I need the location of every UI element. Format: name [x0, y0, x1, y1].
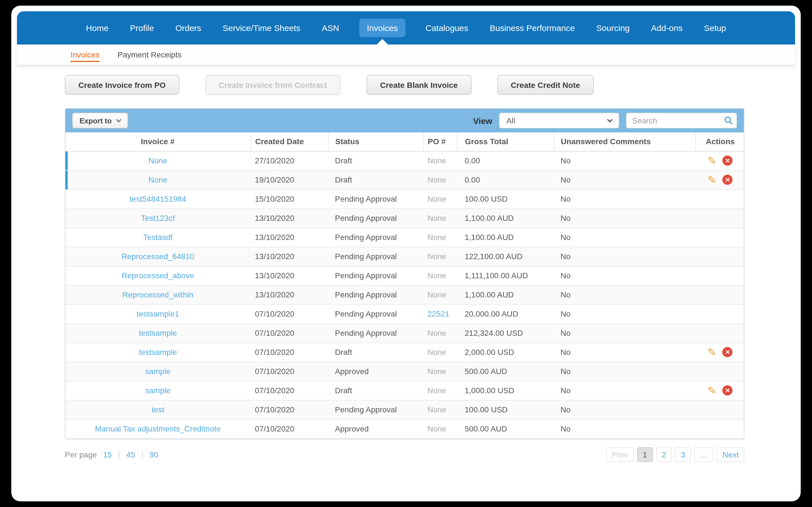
- table-toolbar: Export to View All: [65, 109, 744, 132]
- po-cell: None: [423, 419, 457, 438]
- created-date-cell: 13/10/2020: [250, 228, 328, 247]
- pencil-icon[interactable]: ✎: [707, 385, 716, 396]
- nav-item-invoices[interactable]: Invoices: [359, 18, 405, 37]
- created-date-cell: 27/10/2020: [250, 151, 328, 170]
- status-cell: Draft: [328, 170, 423, 189]
- invoice-link[interactable]: Reprocessed_above: [122, 271, 194, 280]
- table-row: test 07/10/2020 Pending Approval None 10…: [65, 400, 744, 419]
- main-content: Create Invoice from POCreate Invoice fro…: [11, 75, 801, 462]
- invoice-link[interactable]: None: [149, 175, 167, 184]
- actions-cell: [695, 209, 744, 228]
- nav-item-home[interactable]: Home: [85, 18, 110, 37]
- invoice-link[interactable]: testsample: [139, 328, 177, 337]
- create-credit-note-button[interactable]: Create Credit Note: [497, 75, 594, 95]
- pencil-icon[interactable]: ✎: [707, 174, 716, 186]
- po-cell: None: [423, 266, 457, 285]
- column-header-status: Status: [328, 132, 423, 151]
- invoices-table: Invoice #Created DateStatusPO #Gross Tot…: [65, 132, 744, 439]
- created-date-cell: 07/10/2020: [250, 323, 328, 342]
- nav-item-service-time-sheets[interactable]: Service/Time Sheets: [221, 18, 302, 37]
- subnav-item-invoices[interactable]: Invoices: [70, 50, 100, 62]
- pencil-icon[interactable]: ✎: [707, 346, 716, 358]
- gross-total-cell: 500.00 AUD: [457, 419, 554, 438]
- delete-icon[interactable]: ✕: [723, 156, 733, 166]
- invoice-link[interactable]: testsample1: [137, 309, 179, 318]
- table-row: testsample 07/10/2020 Pending Approval N…: [65, 323, 744, 342]
- gross-total-cell: 1,100.00 AUD: [457, 228, 554, 247]
- unanswered-comments-cell: No: [554, 342, 695, 362]
- nav-item-sourcing[interactable]: Sourcing: [595, 18, 631, 37]
- per-page-15[interactable]: 15: [103, 450, 112, 459]
- page-3[interactable]: 3: [675, 447, 691, 462]
- gross-total-cell: 1,100.00 AUD: [457, 285, 554, 304]
- table-row: test5484151984 15/10/2020 Pending Approv…: [65, 189, 744, 209]
- gross-total-cell: 1,100.00 AUD: [457, 209, 554, 228]
- pagination: Prev123…Next: [606, 447, 744, 462]
- table-row: Reprocessed_within 13/10/2020 Pending Ap…: [65, 285, 744, 304]
- nav-item-business-performance[interactable]: Business Performance: [489, 18, 576, 37]
- sub-nav: InvoicesPayment Receipts: [17, 45, 795, 65]
- export-to-button[interactable]: Export to: [72, 113, 128, 128]
- actions-cell: [695, 304, 744, 323]
- search-icon[interactable]: [724, 116, 733, 127]
- search-input[interactable]: [626, 113, 737, 128]
- column-header-po: PO #: [423, 132, 457, 151]
- table-row: testsample 07/10/2020 Draft None 2,000.0…: [65, 342, 744, 362]
- page-prev: Prev: [606, 447, 634, 462]
- invoice-link[interactable]: sample: [145, 367, 170, 376]
- invoice-link[interactable]: testsample: [139, 348, 177, 356]
- nav-item-catalogues[interactable]: Catalogues: [424, 18, 469, 37]
- invoice-link[interactable]: test: [151, 405, 164, 414]
- page-ellipsis: …: [694, 447, 713, 462]
- invoice-link[interactable]: Reprocessed_within: [122, 290, 193, 299]
- delete-icon[interactable]: ✕: [723, 347, 733, 357]
- nav-item-orders[interactable]: Orders: [174, 18, 202, 37]
- view-select[interactable]: All: [499, 113, 619, 128]
- unanswered-comments-cell: No: [554, 170, 695, 189]
- page-1[interactable]: 1: [637, 447, 653, 462]
- nav-item-setup[interactable]: Setup: [703, 18, 727, 37]
- delete-icon[interactable]: ✕: [723, 175, 733, 185]
- status-cell: Draft: [328, 381, 423, 400]
- nav-item-profile[interactable]: Profile: [129, 18, 155, 37]
- invoice-link[interactable]: sample: [145, 386, 170, 395]
- invoice-link[interactable]: Test123cf: [141, 214, 175, 223]
- invoice-link[interactable]: Manual Tax adjustments_Creditnote: [95, 424, 221, 433]
- created-date-cell: 13/10/2020: [250, 247, 328, 266]
- separator: |: [141, 450, 143, 459]
- create-blank-invoice-button[interactable]: Create Blank Invoice: [366, 75, 471, 95]
- status-cell: Pending Approval: [328, 285, 423, 304]
- table-row: Manual Tax adjustments_Creditnote 07/10/…: [65, 419, 744, 438]
- page-2[interactable]: 2: [656, 447, 672, 462]
- invoice-link[interactable]: test5484151984: [130, 194, 186, 203]
- page-next[interactable]: Next: [717, 447, 744, 462]
- gross-total-cell: 1,111,100.00 AUD: [457, 266, 554, 285]
- delete-icon[interactable]: ✕: [723, 385, 733, 395]
- pencil-icon[interactable]: ✎: [707, 155, 716, 166]
- create-invoice-from-po-button[interactable]: Create Invoice from PO: [65, 75, 179, 95]
- gross-total-cell: 1,000.00 USD: [457, 381, 554, 400]
- invoice-link[interactable]: Reprocessed_64810: [121, 252, 194, 261]
- status-cell: Pending Approval: [328, 304, 423, 323]
- nav-item-asn[interactable]: ASN: [320, 18, 340, 37]
- toolbar-right-group: View All: [473, 113, 737, 128]
- po-cell: None: [423, 400, 457, 419]
- table-footer: Per page 15|45|90 Prev123…Next: [65, 447, 744, 462]
- po-cell: None: [423, 170, 457, 189]
- nav-item-add-ons[interactable]: Add-ons: [650, 18, 684, 37]
- actions-cell: [695, 419, 744, 438]
- created-date-cell: 07/10/2020: [250, 419, 328, 438]
- table-row: None 19/10/2020 Draft None 0.00 No ✎ ✕: [65, 170, 744, 189]
- per-page-options: Per page 15|45|90: [65, 450, 158, 459]
- created-date-cell: 15/10/2020: [250, 189, 328, 209]
- subnav-item-payment-receipts[interactable]: Payment Receipts: [117, 50, 182, 59]
- unanswered-comments-cell: No: [554, 419, 695, 438]
- per-page-90[interactable]: 90: [150, 450, 158, 459]
- created-date-cell: 13/10/2020: [250, 266, 328, 285]
- invoice-link[interactable]: None: [149, 156, 167, 165]
- per-page-45[interactable]: 45: [126, 450, 135, 459]
- po-link[interactable]: 22521: [423, 304, 457, 323]
- po-cell: None: [423, 342, 457, 362]
- invoice-link[interactable]: Testasdf: [143, 233, 172, 242]
- table-row: Testasdf 13/10/2020 Pending Approval Non…: [65, 228, 744, 247]
